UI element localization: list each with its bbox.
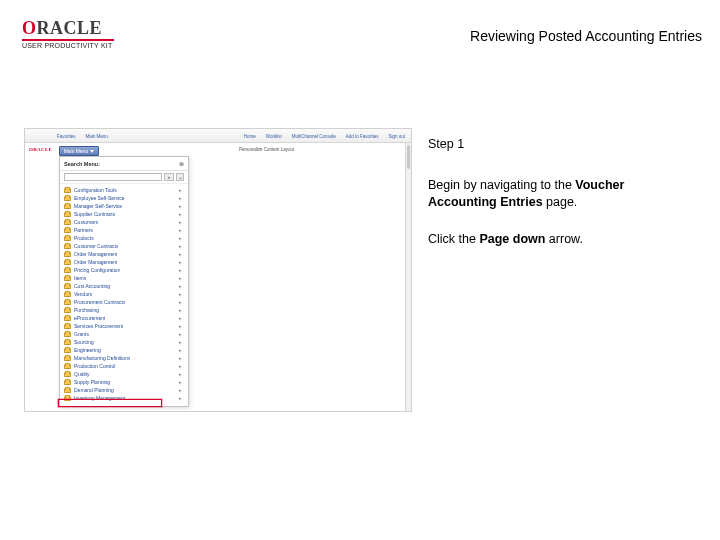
close-icon[interactable]: ⊗ bbox=[179, 160, 184, 167]
menu-item[interactable]: Services Procurement▸ bbox=[60, 322, 188, 330]
folder-icon bbox=[64, 252, 71, 257]
menu-item-label: Products bbox=[74, 235, 94, 241]
chevron-right-icon: ▸ bbox=[179, 275, 182, 281]
intro-text-2: page. bbox=[543, 195, 578, 209]
menu-item-label: Inventory Management bbox=[74, 395, 125, 401]
menu-header: Search Menu: ⊗ bbox=[60, 157, 188, 171]
menu-item-label: Grants bbox=[74, 331, 89, 337]
scrollbar-thumb[interactable] bbox=[407, 145, 410, 169]
menu-item[interactable]: Configuration Tools▸ bbox=[60, 186, 188, 194]
menu-item[interactable]: Partners▸ bbox=[60, 226, 188, 234]
menu-item[interactable]: Customers▸ bbox=[60, 218, 188, 226]
breadcrumb: Personalize Content Layout bbox=[239, 147, 294, 152]
folder-icon bbox=[64, 388, 71, 393]
chevron-right-icon: ▸ bbox=[179, 219, 182, 225]
upk-tagline: USER PRODUCTIVITY KIT bbox=[22, 42, 114, 49]
folder-icon bbox=[64, 220, 71, 225]
menu-item[interactable]: Purchasing▸ bbox=[60, 306, 188, 314]
nav-worklist[interactable]: Worklist bbox=[266, 134, 282, 139]
logo-rest: RACLE bbox=[37, 18, 103, 38]
menu-item-label: Items bbox=[74, 275, 86, 281]
menu-item[interactable]: Pricing Configuration▸ bbox=[60, 266, 188, 274]
menu-item-label: Production Control bbox=[74, 363, 115, 369]
menu-item[interactable]: Customer Contracts▸ bbox=[60, 242, 188, 250]
menu-item[interactable]: Grants▸ bbox=[60, 330, 188, 338]
menu-item[interactable]: Cost Accounting▸ bbox=[60, 282, 188, 290]
chevron-right-icon: ▸ bbox=[179, 211, 182, 217]
menu-item-label: Services Procurement bbox=[74, 323, 123, 329]
menu-item[interactable]: Order Management▸ bbox=[60, 258, 188, 266]
folder-icon bbox=[64, 284, 71, 289]
menu-item[interactable]: Production Control▸ bbox=[60, 362, 188, 370]
search-adv-icon[interactable]: ⌄ bbox=[176, 173, 184, 181]
menu-item[interactable]: eProcurement▸ bbox=[60, 314, 188, 322]
folder-icon bbox=[64, 236, 71, 241]
menu-item-label: Employee Self-Service bbox=[74, 195, 125, 201]
folder-icon bbox=[64, 396, 71, 401]
menu-item-label: Customers bbox=[74, 219, 98, 225]
menu-item[interactable]: Demand Planning▸ bbox=[60, 386, 188, 394]
menu-item-label: Pricing Configuration bbox=[74, 267, 120, 273]
nav-mainmenu[interactable]: Main Menu bbox=[86, 134, 108, 139]
click-text-2: arrow. bbox=[545, 232, 583, 246]
folder-icon bbox=[64, 332, 71, 337]
menu-title: Search Menu: bbox=[64, 161, 100, 167]
menu-item[interactable]: Sourcing▸ bbox=[60, 338, 188, 346]
folder-icon bbox=[64, 188, 71, 193]
instruction-para-2: Click the Page down arrow. bbox=[428, 231, 696, 248]
folder-icon bbox=[64, 380, 71, 385]
menu-item[interactable]: Manufacturing Definitions▸ bbox=[60, 354, 188, 362]
folder-icon bbox=[64, 244, 71, 249]
menu-item[interactable]: Employee Self-Service▸ bbox=[60, 194, 188, 202]
folder-icon bbox=[64, 276, 71, 281]
search-input[interactable] bbox=[64, 173, 162, 181]
click-bold: Page down bbox=[479, 232, 545, 246]
intro-text-1: Begin by navigating to the bbox=[428, 178, 575, 192]
folder-icon bbox=[64, 260, 71, 265]
folder-icon bbox=[64, 268, 71, 273]
menu-item[interactable]: Supply Planning▸ bbox=[60, 378, 188, 386]
chevron-right-icon: ▸ bbox=[179, 203, 182, 209]
menu-item[interactable]: Quality▸ bbox=[60, 370, 188, 378]
menu-item[interactable]: Items▸ bbox=[60, 274, 188, 282]
nav-mcs[interactable]: MultiChannel Console bbox=[292, 134, 336, 139]
folder-icon bbox=[64, 324, 71, 329]
menu-item-label: Supply Planning bbox=[74, 379, 110, 385]
menu-panel: Search Menu: ⊗ » ⌄ Configuration Tools▸E… bbox=[59, 156, 189, 407]
chevron-right-icon: ▸ bbox=[179, 323, 182, 329]
menu-item[interactable]: Procurement Contracts▸ bbox=[60, 298, 188, 306]
folder-icon bbox=[64, 356, 71, 361]
chevron-right-icon: ▸ bbox=[179, 339, 182, 345]
search-go-icon[interactable]: » bbox=[164, 173, 174, 181]
menu-item[interactable]: Inventory Management▸ bbox=[60, 394, 188, 402]
menu-item[interactable]: Supplier Contracts▸ bbox=[60, 210, 188, 218]
menu-search-row: » ⌄ bbox=[60, 171, 188, 184]
menu-item-label: Partners bbox=[74, 227, 93, 233]
instruction-panel: Step 1 Begin by navigating to the Vouche… bbox=[428, 136, 696, 268]
app-mini-logo: ORACLE bbox=[29, 147, 52, 152]
nav-atf[interactable]: Add to Favorites bbox=[346, 134, 379, 139]
chevron-right-icon: ▸ bbox=[179, 235, 182, 241]
menu-item-label: Sourcing bbox=[74, 339, 94, 345]
nav-favorites[interactable]: Favorites bbox=[57, 134, 76, 139]
chevron-right-icon: ▸ bbox=[179, 227, 182, 233]
chevron-right-icon: ▸ bbox=[179, 291, 182, 297]
chevron-right-icon: ▸ bbox=[179, 259, 182, 265]
main-menu-button[interactable]: Main Menu bbox=[59, 146, 99, 156]
chevron-right-icon: ▸ bbox=[179, 267, 182, 273]
menu-item-label: Cost Accounting bbox=[74, 283, 110, 289]
menu-item[interactable]: Order Management▸ bbox=[60, 250, 188, 258]
nav-signout[interactable]: Sign out bbox=[388, 134, 405, 139]
scrollbar[interactable] bbox=[405, 143, 411, 411]
menu-item[interactable]: Engineering▸ bbox=[60, 346, 188, 354]
menu-item[interactable]: Products▸ bbox=[60, 234, 188, 242]
chevron-right-icon: ▸ bbox=[179, 371, 182, 377]
logo-underline bbox=[22, 39, 114, 41]
menu-item-label: Manager Self-Service bbox=[74, 203, 122, 209]
chevron-right-icon: ▸ bbox=[179, 363, 182, 369]
folder-icon bbox=[64, 204, 71, 209]
menu-item[interactable]: Manager Self-Service▸ bbox=[60, 202, 188, 210]
menu-item-label: Procurement Contracts bbox=[74, 299, 125, 305]
menu-item[interactable]: Vendors▸ bbox=[60, 290, 188, 298]
nav-home[interactable]: Home bbox=[244, 134, 256, 139]
